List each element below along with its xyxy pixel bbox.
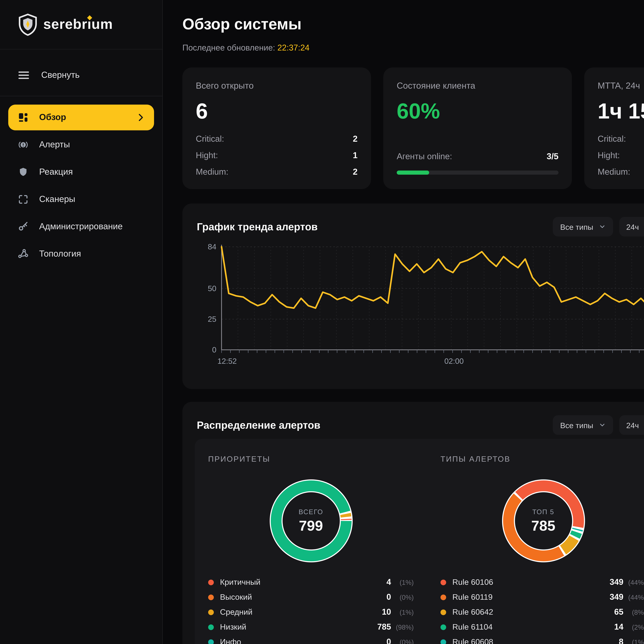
row-label: Critical:	[598, 134, 626, 144]
svg-text:0: 0	[212, 345, 216, 354]
chevron-right-icon	[135, 112, 146, 123]
types-legend: Rule 60106349(44%) Rule 60119349(44%) Ru…	[440, 577, 644, 644]
types-heading: ТИПЫ АЛЕРТОВ	[440, 454, 644, 463]
last-update-time: 22:37:24	[277, 43, 310, 52]
distribution-title: Распределение алертов	[197, 419, 547, 431]
sidebar-item-topology[interactable]: Топология	[8, 241, 154, 267]
sidebar-item-label: Сканеры	[39, 194, 75, 205]
sidebar-item-label: Алерты	[39, 140, 70, 150]
card-total-open: Всего открыто 6 Critical:2 Hight:1 Mediu…	[182, 67, 371, 189]
sidebar-collapse[interactable]: Свернуть	[0, 62, 162, 89]
legend-dot	[208, 579, 214, 585]
legend-row: Rule 60119349(44%)	[440, 592, 644, 602]
sidebar-item-reaction[interactable]: Реакция	[8, 159, 154, 185]
alert-icon	[18, 139, 29, 150]
row-value: 2	[353, 167, 358, 177]
row-label: Medium:	[196, 167, 228, 177]
priorities-column: ПРИОРИТЕТЫ ВСЕГО 799 Критичный4(1%) Высо…	[195, 439, 427, 644]
sidebar-item-label: Обзор	[39, 112, 66, 123]
shield-icon	[18, 166, 29, 178]
sidebar-item-administration[interactable]: Администрирование	[8, 214, 154, 240]
legend-row: Rule 60106349(44%)	[440, 577, 644, 587]
topology-icon	[18, 248, 29, 260]
legend-row: Критичный4(1%)	[208, 577, 414, 587]
donut-center-value: 799	[299, 518, 323, 534]
donut-center-label: ТОП 5	[532, 508, 554, 515]
card-value: 6	[196, 100, 358, 122]
row-value: 3/5	[547, 151, 558, 161]
row-value: 2	[353, 134, 358, 144]
agents-progress-fill	[397, 171, 429, 175]
card-label: Всего открыто	[196, 81, 358, 91]
legend-row: Инфо0(0%)	[208, 637, 414, 644]
legend-dot	[208, 624, 214, 630]
legend-dot	[440, 609, 446, 615]
hamburger-icon	[18, 69, 30, 81]
app-root: serebrıum Свернуть Обзор	[0, 0, 644, 644]
legend-row: Rule 6064265(8%)	[440, 607, 644, 617]
trend-line-chart: 845025012:5202:00	[193, 238, 644, 387]
legend-row: Rule 606088(1%)	[440, 637, 644, 644]
last-update: Последнее обновление: 22:37:24	[182, 43, 310, 53]
card-value: 1ч 15м	[598, 100, 644, 122]
chevron-down-icon	[598, 223, 606, 230]
trend-range-filter[interactable]: 24ч	[619, 217, 644, 236]
agents-progress-bar	[397, 171, 558, 175]
svg-text:50: 50	[208, 284, 216, 293]
dashboard-icon	[18, 112, 29, 123]
legend-row: Средний10(1%)	[208, 607, 414, 617]
row-value: 1	[353, 150, 358, 160]
row-label: Hight:	[196, 150, 218, 160]
priorities-donut: ВСЕГО 799	[262, 472, 360, 570]
distribution-range-filter[interactable]: 24ч	[619, 415, 644, 435]
card-mtta: MTTA, 24ч 1ч 15м Critical:15м Hight:45м …	[584, 67, 644, 189]
donut-center-label: ВСЕГО	[299, 508, 323, 515]
card-value: 60%	[397, 100, 558, 122]
main-content: Обзор системы Последнее обновление: 22:3…	[163, 0, 644, 644]
svg-text:25: 25	[208, 315, 216, 323]
scan-icon	[18, 194, 29, 205]
sidebar-item-label: Администрирование	[39, 222, 123, 232]
legend-dot	[208, 609, 214, 615]
row-label: Critical:	[196, 134, 224, 144]
legend-dot	[440, 624, 446, 630]
legend-dot	[440, 579, 446, 585]
alert-distribution-panel: Распределение алертов Все типы 24ч ПРИОР…	[182, 402, 644, 644]
sidebar-item-alerts[interactable]: Алерты	[8, 132, 154, 158]
chevron-down-icon	[598, 421, 606, 429]
brand-name: serebrıum	[43, 16, 113, 32]
trend-title: График тренда алертов	[197, 221, 547, 233]
priorities-heading: ПРИОРИТЕТЫ	[208, 454, 414, 463]
legend-dot	[440, 594, 446, 600]
distribution-type-filter[interactable]: Все типы	[553, 415, 613, 435]
legend-row: Низкий785(98%)	[208, 622, 414, 632]
donut-center-value: 785	[531, 518, 555, 534]
key-icon	[18, 221, 29, 232]
trend-type-filter[interactable]: Все типы	[553, 217, 613, 236]
svg-text:02:00: 02:00	[444, 357, 464, 365]
card-client-state: Состояние клиента 60% Агенты online:3/5	[383, 67, 572, 189]
sidebar-item-label: Реакция	[39, 167, 73, 177]
logo: serebrıum	[0, 0, 162, 49]
sidebar-item-scanners[interactable]: Сканеры	[8, 187, 154, 212]
alert-trend-panel: График тренда алертов Все типы 24ч 84502…	[182, 204, 644, 389]
svg-text:12:52: 12:52	[217, 357, 237, 365]
collapse-label: Свернуть	[41, 70, 80, 80]
legend-dot	[208, 639, 214, 644]
row-label: Hight:	[598, 150, 620, 160]
row-label: Medium:	[598, 167, 630, 177]
sidebar: serebrıum Свернуть Обзор	[0, 0, 163, 644]
types-donut: ТОП 5 785	[494, 472, 592, 570]
svg-text:84: 84	[208, 242, 216, 251]
card-label: Состояние клиента	[397, 81, 558, 91]
legend-dot	[440, 639, 446, 644]
legend-row: Rule 6110414(2%)	[440, 622, 644, 632]
sidebar-menu: Обзор Алерты Реакция	[0, 96, 162, 277]
page-title: Обзор системы	[182, 15, 302, 33]
distribution-body: ПРИОРИТЕТЫ ВСЕГО 799 Критичный4(1%) Высо…	[195, 439, 644, 644]
sidebar-item-label: Топология	[39, 249, 81, 259]
legend-dot	[208, 594, 214, 600]
priorities-legend: Критичный4(1%) Высокий0(0%) Средний10(1%…	[208, 577, 414, 644]
row-label: Агенты online:	[397, 151, 452, 161]
sidebar-item-overview[interactable]: Обзор	[8, 105, 154, 130]
